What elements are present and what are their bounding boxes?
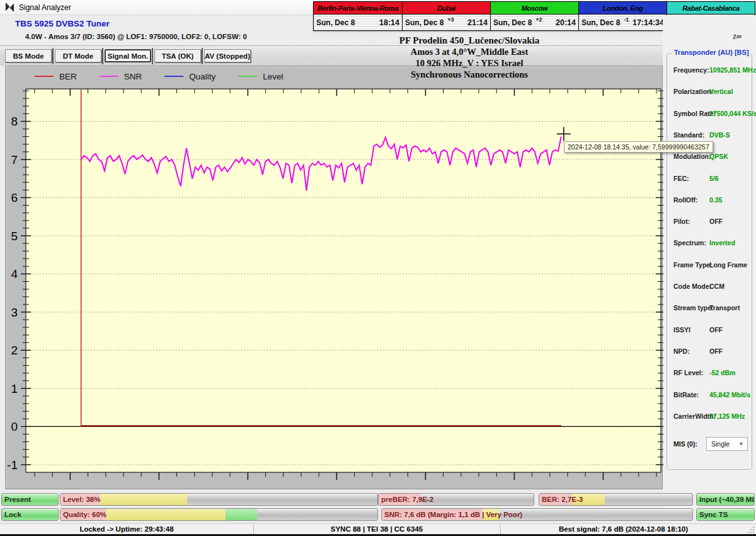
toolbar-button-bs-mode[interactable]: BS Mode <box>5 49 52 62</box>
field-value: OFF <box>709 326 723 334</box>
header-line-4: Synchronous Nanocorrections <box>277 69 662 80</box>
clock-utc-offset: +2 <box>536 16 542 23</box>
clock-city: Rabat-Casablanca <box>667 2 755 15</box>
clock-utc-offset: +3 <box>447 16 454 23</box>
clock-column: Berlin-Paris-Vienna-RomaSun, Dec 818:14 <box>314 2 402 30</box>
field-row-fec: FEC:5/6 <box>667 175 753 185</box>
svg-text:3: 3 <box>11 306 18 319</box>
svg-text:-1: -1 <box>7 458 18 472</box>
chart-plot[interactable]: -1012345678 <box>6 66 663 490</box>
svg-text:8: 8 <box>11 115 18 128</box>
field-label: Spectrum: <box>673 239 706 247</box>
field-value: 5/6 <box>709 175 719 182</box>
field-row-pilot: Pilot:OFF <box>667 218 753 228</box>
field-label: Modulation: <box>673 153 711 160</box>
toolbar-button-signal-mon[interactable]: Signal Mon. <box>105 49 151 62</box>
svg-text:7: 7 <box>11 153 18 166</box>
monitor-bar-label: Quality: 60% <box>63 509 106 520</box>
field-label: ISSYI <box>673 326 690 334</box>
clock-datetime: Sun, Dec 818:14 <box>314 15 402 30</box>
field-value: QPSK <box>709 153 728 160</box>
clock-date: Sun, Dec 8 <box>581 18 620 27</box>
field-value: OFF <box>709 218 723 225</box>
monitor-bar-label: SNR: 7,6 dB (Margin: 1,1 dB | Very Poor) <box>384 509 522 520</box>
svg-text:0: 0 <box>11 420 18 433</box>
field-row-rf-level: RF Level:-52 dBm <box>667 369 753 379</box>
clock-column: MoscowSun, Dec 8+220:14 <box>490 2 578 30</box>
toolbar-button-tsa-ok[interactable]: TSA (OK) <box>154 49 201 62</box>
field-value: -52 dBm <box>709 369 735 376</box>
header-line-3: 10 926 MHz_V : YES Israel <box>277 57 662 69</box>
monitor-bar-ber: BER: 2,7E-3 <box>539 493 693 506</box>
field-row-frequency: Frequency:10925,851 MHz <box>667 66 753 76</box>
monitor-bar-preber: preBER: 7,9E-2 <box>378 493 534 506</box>
field-row-modulation: Modulation:QPSK <box>667 153 753 163</box>
toolbar-button-dt-mode[interactable]: DT Mode <box>55 49 101 62</box>
clock-city: Dubai <box>403 2 490 15</box>
mis-dropdown[interactable]: Single ▼ <box>706 437 748 451</box>
field-value: Inverted <box>709 239 735 247</box>
field-label: Pilot: <box>673 218 690 225</box>
header-line-1: PF Prodelin 450_Lučenec/Slovakia <box>277 35 662 46</box>
field-row-code-mode: Code Mode:CCM <box>667 283 753 293</box>
monitor-bar-label: Input (~40,39 Mbps) <box>699 494 755 505</box>
field-label: Stream type: <box>673 304 714 312</box>
field-value: 37,125 MHz <box>709 412 745 420</box>
chart-panel: BERSNRQualityLevel -1012345678 2024-12-0… <box>5 66 663 489</box>
field-row-spectrum: Spectrum:Inverted <box>667 239 753 249</box>
svg-text:5: 5 <box>11 230 18 243</box>
field-value: CCM <box>709 283 724 290</box>
svg-text:1: 1 <box>11 382 18 395</box>
field-row-stream-type: Stream type:Transport <box>667 304 753 314</box>
field-value: Transport <box>709 304 740 312</box>
toolbar-divider <box>152 48 153 64</box>
clock-datetime: Sun, Dec 8-117:14:34 <box>579 15 667 30</box>
meter-fill-green <box>226 509 257 520</box>
tuner-title: TBS 5925 DVBS2 Tuner <box>15 19 110 28</box>
chevron-down-icon: ▼ <box>738 441 744 447</box>
svg-text:2: 2 <box>11 344 18 357</box>
field-row-standard: Standard:DVB-S <box>667 131 753 141</box>
monitor-bar-quality: Quality: 60% <box>60 508 378 521</box>
field-label: Standard: <box>673 131 704 139</box>
field-label: RF Level: <box>673 369 703 376</box>
monitor-bar-snr: SNR: 7,6 dB (Margin: 1,1 dB | Very Poor) <box>381 508 693 521</box>
status-bar: Locked -> Uptime: 29:43:48SYNC 88 | TEI … <box>0 523 756 534</box>
monitor-bar-label: Present <box>4 494 31 505</box>
field-value: DVB-S <box>709 131 730 139</box>
clock-time: 20:14 <box>556 18 576 27</box>
monitor-bar-label: Lock <box>4 509 21 520</box>
status-divider <box>253 525 254 534</box>
monitor-bar-label: Level: 38% <box>63 494 100 505</box>
field-label: NPD: <box>673 347 690 355</box>
chart-tooltip: 2024-12-08 18.14.35, value: 7,5999999046… <box>564 141 713 153</box>
resize-grip-icon[interactable] <box>747 526 755 533</box>
monitor-bar-lock: Lock <box>1 508 59 521</box>
field-row-frame-type: Frame Type:Long Frame <box>667 261 753 271</box>
watermark-icon: Zm <box>732 32 742 40</box>
monitor-bar-level: Level: 38% <box>60 493 378 506</box>
status-section-2: SYNC 88 | TEI 38 | CC 6345 <box>253 524 500 535</box>
status-section-1: Locked -> Uptime: 29:43:48 <box>0 524 253 535</box>
field-row-rolloff: RollOff:0.35 <box>667 196 753 206</box>
monitor-bar-syncts: Sync TS <box>696 508 755 521</box>
clock-city: Moscow <box>491 2 578 15</box>
mis-label: MIS (0): <box>673 440 697 448</box>
monitor-bar-label: BER: 2,7E-3 <box>542 494 583 505</box>
field-label: Polarization: <box>673 88 713 95</box>
field-label: BitRate: <box>673 391 699 399</box>
field-value: 10925,851 MHz <box>709 66 756 74</box>
monitor-bar-label: Sync TS <box>699 509 728 520</box>
toolbar-divider <box>202 48 203 64</box>
field-row-issyi: ISSYIOFF <box>667 326 753 336</box>
toolbar-button-av-stopped[interactable]: AV (Stopped) <box>204 49 251 62</box>
toolbar-divider <box>102 48 103 64</box>
field-label: Frequency: <box>673 66 709 74</box>
monitor-bar-present: Present <box>1 493 59 506</box>
monitor-bar-label: preBER: 7,9E-2 <box>381 494 433 505</box>
field-row-polarization: Polarization:Vertical <box>667 88 753 98</box>
field-value: 45,842 Mbit/s <box>709 391 750 399</box>
field-label: Frame Type: <box>673 261 713 269</box>
toolbar-divider <box>52 48 54 64</box>
clock-time: 17:14:34 <box>633 18 664 27</box>
